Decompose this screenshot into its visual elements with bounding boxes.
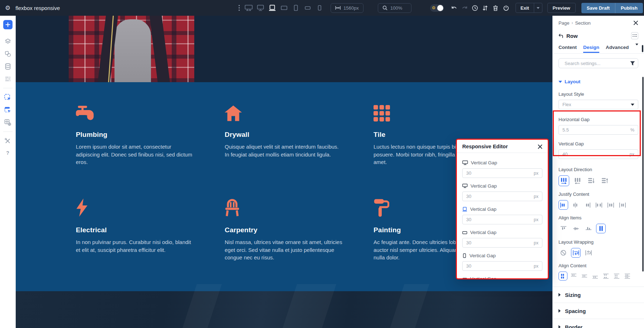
justify-start-button[interactable] [558,200,568,210]
content-space-around-button[interactable] [612,272,621,280]
redo-icon[interactable] [462,5,468,11]
breakpoint-desktop-icon[interactable] [256,4,265,12]
content-center-button[interactable] [580,272,589,280]
direction-column-reverse-button[interactable] [599,175,610,186]
content-start-button[interactable] [569,272,578,280]
breadcrumb-page[interactable]: Page [558,20,569,26]
import-export-icon[interactable] [482,5,488,11]
panel-tabs: Content Design Advanced [558,44,638,53]
breadcrumb-section[interactable]: Section [575,20,590,26]
more-options-icon[interactable] [237,4,241,12]
exit-dropdown[interactable] [534,3,542,13]
wrap-button[interactable] [571,248,581,258]
align-baseline-button[interactable] [584,224,593,233]
element-selector-alt-icon[interactable] [4,106,11,114]
card-text: Lorem ipsum dolor sit amet, consectetur … [76,143,194,166]
database-icon[interactable] [4,63,11,70]
content-stretch-button[interactable] [558,272,567,280]
dialog-gap-input[interactable] [466,217,534,222]
direction-column-button[interactable] [586,175,596,186]
justify-center-button[interactable] [570,200,580,210]
dialog-gap-input[interactable] [466,170,534,176]
filter-funnel-icon[interactable] [630,61,635,66]
breakpoint-laptop-icon[interactable] [268,4,277,12]
trash-icon[interactable] [493,5,499,11]
publish-button[interactable]: Publish [615,3,643,13]
service-card-carpentry[interactable]: Carpentry Nisl massa, ultrices vitae orn… [225,198,346,262]
panel-scrollbar[interactable] [642,77,644,272]
tab-content[interactable]: Content [558,45,577,53]
breakpoint-phone-portrait-icon[interactable] [315,4,324,12]
justify-space-between-button[interactable] [594,200,604,210]
tab-advanced[interactable]: Advanced [606,45,629,53]
canvas-zoom-field[interactable]: 100% [378,3,411,13]
close-panel-icon[interactable] [633,20,638,25]
dialog-gap-unit: px [534,217,538,222]
align-stretch-button[interactable] [596,224,606,233]
add-element-button[interactable] [3,20,13,29]
justify-end-button[interactable] [582,200,592,210]
justify-content-options [558,200,638,210]
undo-icon[interactable] [451,5,457,11]
breakpoint-tablet-portrait-icon[interactable] [292,4,300,12]
theme-toggle[interactable]: ⚙ [430,4,444,12]
canvas-width-field[interactable]: 1560px [331,3,364,13]
settings-gear-icon[interactable]: ⚙ [5,5,10,11]
breakpoint-desktop-large-icon[interactable] [244,4,253,12]
wrap-reverse-button[interactable] [584,248,593,258]
sizing-section-header[interactable]: Sizing [558,287,638,303]
power-icon[interactable] [503,5,509,11]
dialog-field-desktop-large: Vertical Gap px [462,160,542,178]
hero-photo-plaid-shirt[interactable] [69,16,194,82]
border-section-header[interactable]: Border [558,319,638,328]
dialog-gap-input[interactable] [466,194,534,199]
align-start-button[interactable] [558,224,568,233]
builder-sidebar: ? [0,16,16,328]
spacing-section-header[interactable]: Spacing [558,303,638,319]
preview-button[interactable]: Preview [547,3,576,13]
justify-space-evenly-button[interactable] [618,200,627,210]
direction-row-reverse-button[interactable] [572,175,583,186]
search-input[interactable] [565,61,628,66]
horizontal-gap-input[interactable] [562,127,630,133]
content-space-evenly-button[interactable] [623,272,632,280]
panel-dock-icon[interactable] [631,32,638,39]
help-icon[interactable]: ? [6,150,9,156]
back-arrow-icon[interactable] [558,34,563,38]
element-selector-icon[interactable] [4,94,11,101]
breakpoint-tablet-landscape-icon[interactable] [280,4,288,12]
settings-widget-icon[interactable] [4,119,11,126]
tabs-more-caret-icon[interactable] [635,45,638,52]
history-clock-icon[interactable] [472,5,478,11]
element-style-box-icon[interactable] [642,45,643,52]
service-card-plumbing[interactable]: Plumbing Lorem ipsum dolor sit amet, con… [76,103,197,166]
direction-row-button[interactable] [558,175,569,186]
tab-design[interactable]: Design [583,45,599,53]
dialog-gap-input[interactable] [466,263,534,269]
card-title: Tile [374,131,495,139]
tools-icon[interactable] [4,137,11,145]
layout-section-header[interactable]: Layout [558,79,638,84]
canvas-width-value: 1560px [343,5,359,11]
design-library-icon[interactable] [4,50,11,58]
breakpoint-phone-landscape-icon[interactable] [303,4,312,12]
wrap-none-button[interactable] [558,248,568,258]
service-card-electrical[interactable]: Electrical In non pulvinar purus. Curabi… [76,198,197,254]
service-card-drywall[interactable]: Drywall Quisque aliquet velit sit amet i… [225,103,346,158]
exit-button[interactable]: Exit [516,3,534,13]
layers-icon[interactable] [4,38,11,45]
dialog-gap-input[interactable] [466,240,534,245]
vertical-gap-input[interactable] [562,151,630,157]
justify-space-around-button[interactable] [606,200,615,210]
forms-icon[interactable] [4,75,11,83]
photo-strap-right [149,16,171,82]
save-draft-button[interactable]: Save Draft [581,3,615,13]
layout-style-select[interactable]: Flex [558,100,638,109]
page-hero-section[interactable] [16,16,552,82]
content-space-between-button[interactable] [601,272,610,280]
dialog-close-icon[interactable] [538,144,542,149]
align-center-button[interactable] [571,224,581,233]
content-end-button[interactable] [591,272,600,280]
photo-tshirt-area [114,19,151,82]
footer-photo-section[interactable] [16,291,552,328]
